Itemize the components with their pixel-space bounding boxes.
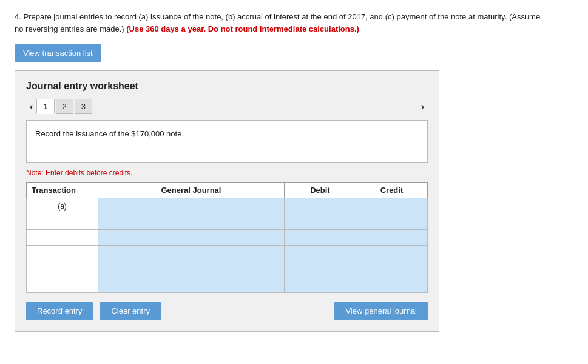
col-credit: Credit	[356, 183, 427, 198]
credit-input-cell-2[interactable]	[356, 214, 427, 230]
tab-2[interactable]: 2	[56, 99, 73, 114]
journal-input-4[interactable]	[98, 246, 284, 261]
debit-input-cell-1[interactable]	[284, 198, 356, 214]
table-row	[27, 277, 428, 293]
instruction-text: Record the issuance of the $170,000 note…	[35, 129, 184, 138]
journal-input-cell-5[interactable]	[98, 261, 285, 277]
next-tab-arrow[interactable]: ›	[417, 100, 428, 113]
debit-input-cell-4[interactable]	[284, 246, 356, 261]
credit-input-cell-4[interactable]	[356, 246, 427, 261]
journal-input-3[interactable]	[98, 230, 284, 245]
transaction-cell-2	[27, 214, 98, 230]
journal-input-6[interactable]	[98, 277, 284, 292]
journal-input-cell-6[interactable]	[98, 277, 285, 293]
table-row: (a)	[27, 198, 428, 214]
credit-input-cell-6[interactable]	[356, 277, 427, 293]
debit-input-cell-2[interactable]	[284, 214, 356, 230]
debit-input-5[interactable]	[285, 261, 356, 277]
credit-input-6[interactable]	[356, 277, 427, 292]
journal-input-cell-3[interactable]	[98, 230, 285, 246]
note-text: Note: Enter debits before credits.	[26, 169, 428, 177]
tab-navigation: ‹ 1 2 3 ›	[26, 99, 428, 114]
worksheet-title: Journal entry worksheet	[26, 81, 428, 92]
debit-input-6[interactable]	[285, 277, 356, 292]
instruction-box: Record the issuance of the $170,000 note…	[26, 120, 428, 163]
table-row	[27, 230, 428, 246]
transaction-cell-1: (a)	[27, 198, 98, 214]
journal-input-1[interactable]	[98, 198, 284, 214]
journal-input-cell-1[interactable]	[98, 198, 285, 214]
journal-input-cell-4[interactable]	[98, 246, 285, 261]
table-row	[27, 261, 428, 277]
debit-input-cell-6[interactable]	[284, 277, 356, 293]
credit-input-cell-5[interactable]	[356, 261, 427, 277]
credit-input-4[interactable]	[356, 246, 427, 261]
question-bold-red: (Use 360 days a year. Do not round inter…	[126, 24, 359, 33]
prev-tab-arrow[interactable]: ‹	[26, 100, 36, 113]
credit-input-3[interactable]	[356, 230, 427, 245]
view-general-journal-button[interactable]: View general journal	[334, 302, 428, 320]
col-general-journal: General Journal	[98, 183, 285, 198]
col-transaction: Transaction	[27, 183, 98, 198]
debit-input-2[interactable]	[285, 214, 356, 229]
debit-input-1[interactable]	[285, 198, 356, 214]
col-debit: Debit	[284, 183, 356, 198]
credit-input-1[interactable]	[356, 198, 427, 214]
credit-input-2[interactable]	[356, 214, 427, 229]
journal-table: Transaction General Journal Debit Credit…	[26, 182, 428, 293]
tab-3[interactable]: 3	[75, 99, 92, 114]
debit-input-4[interactable]	[285, 246, 356, 261]
credit-input-cell-3[interactable]	[356, 230, 427, 246]
tab-1[interactable]: 1	[36, 99, 54, 114]
table-row	[27, 214, 428, 230]
view-transaction-button[interactable]: View transaction list	[15, 44, 101, 62]
transaction-cell-6	[27, 277, 98, 293]
record-entry-button[interactable]: Record entry	[26, 302, 93, 320]
table-row	[27, 246, 428, 261]
button-row: Record entry Clear entry View general jo…	[26, 302, 428, 320]
debit-input-cell-3[interactable]	[284, 230, 356, 246]
journal-input-5[interactable]	[98, 261, 284, 277]
question-text: 4. Prepare journal entries to record (a)…	[15, 11, 542, 35]
credit-input-5[interactable]	[356, 261, 427, 277]
debit-input-3[interactable]	[285, 230, 356, 245]
question-number: 4.	[15, 12, 21, 21]
credit-input-cell-1[interactable]	[356, 198, 427, 214]
transaction-cell-5	[27, 261, 98, 277]
debit-input-cell-5[interactable]	[284, 261, 356, 277]
journal-input-2[interactable]	[98, 214, 284, 229]
journal-input-cell-2[interactable]	[98, 214, 285, 230]
journal-entry-worksheet: Journal entry worksheet ‹ 1 2 3 › Record…	[15, 70, 439, 332]
transaction-cell-3	[27, 230, 98, 246]
transaction-cell-4	[27, 246, 98, 261]
clear-entry-button[interactable]: Clear entry	[100, 302, 161, 320]
